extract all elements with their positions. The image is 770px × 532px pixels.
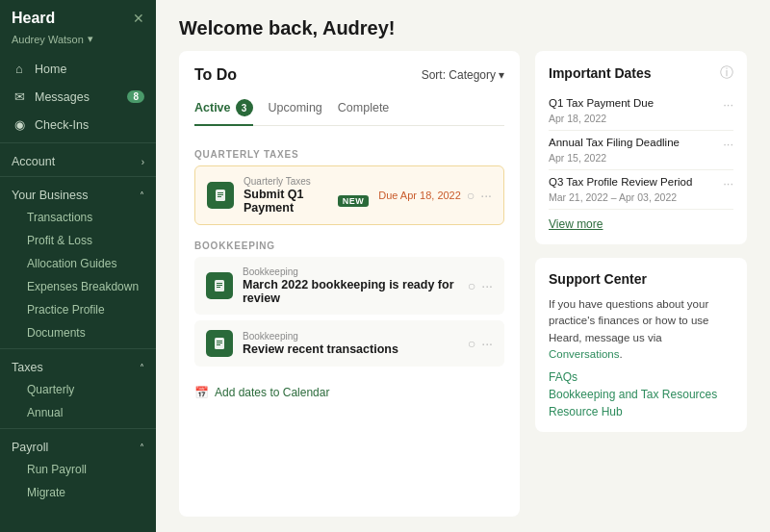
- sidebar-header: Heard ✕: [0, 0, 156, 31]
- sidebar-item-quarterly[interactable]: Quarterly: [0, 378, 156, 401]
- sidebar-item-label: Home: [35, 63, 66, 76]
- view-more-link[interactable]: View more: [549, 217, 733, 231]
- welcome-title: Welcome back, Audrey!: [179, 17, 747, 39]
- resource-hub-link[interactable]: Resource Hub: [549, 405, 733, 418]
- chevron-up-icon: ˄: [140, 443, 144, 453]
- sidebar-section-taxes[interactable]: Taxes ˄: [0, 353, 156, 378]
- section-label: Payroll: [12, 441, 48, 454]
- date-title: Q3 Tax Profile Review Period: [549, 176, 723, 188]
- task-item[interactable]: Quarterly Taxes Submit Q1 Payment NEW Du…: [194, 165, 504, 225]
- more-options-icon[interactable]: ···: [723, 97, 733, 112]
- date-item: Q1 Tax Payment Due ··· Apr 18, 2022: [549, 91, 733, 131]
- tab-active[interactable]: Active 3: [194, 95, 253, 126]
- sidebar-nav-messages[interactable]: ✉ Messages 8: [0, 83, 156, 111]
- sidebar-item-transactions[interactable]: Transactions: [0, 206, 156, 229]
- sidebar-nav-home[interactable]: ⌂ Home: [0, 55, 156, 83]
- calendar-icon: 📅: [194, 386, 209, 399]
- task-actions: ○ ···: [468, 336, 493, 351]
- info-icon[interactable]: ⓘ: [720, 64, 733, 82]
- sidebar-nav-checkins[interactable]: ◉ Check-Ins: [0, 111, 156, 139]
- section-label: Your Business: [12, 189, 88, 202]
- date-item: Q3 Tax Profile Review Period ··· Mar 21,…: [549, 170, 733, 210]
- new-badge: NEW: [338, 195, 370, 207]
- home-icon: ⌂: [12, 62, 27, 76]
- more-options-icon[interactable]: ···: [723, 176, 733, 190]
- card-header: Important Dates ⓘ: [549, 64, 733, 82]
- task-category: Bookkeeping: [243, 266, 458, 277]
- sort-label: Sort: Category: [422, 68, 496, 82]
- important-dates-card: Important Dates ⓘ Q1 Tax Payment Due ···…: [535, 51, 747, 244]
- todo-sort-button[interactable]: Sort: Category ▾: [422, 68, 504, 82]
- sidebar-item-practice-profile[interactable]: Practice Profile: [0, 298, 156, 321]
- sidebar-section-account[interactable]: Account ›: [0, 147, 156, 172]
- section-label: Taxes: [12, 361, 43, 374]
- task-category: Bookkeeping: [243, 331, 458, 342]
- sidebar-divider: [0, 176, 156, 177]
- tab-label: Active: [194, 101, 231, 114]
- add-calendar-button[interactable]: 📅 Add dates to Calendar: [194, 382, 504, 403]
- sidebar-item-profit-loss[interactable]: Profit & Loss: [0, 229, 156, 252]
- sidebar-divider: [0, 348, 156, 349]
- section-bookkeeping: BOOKKEEPING: [194, 241, 504, 251]
- content-area: To Do Sort: Category ▾ Active 3 Upcoming…: [156, 51, 770, 532]
- circle-check-icon[interactable]: ○: [467, 188, 475, 203]
- date-sub: Mar 21, 2022 – Apr 03, 2022: [549, 191, 733, 203]
- faqs-link[interactable]: FAQs: [549, 370, 733, 384]
- sidebar-divider: [0, 428, 156, 429]
- more-options-icon[interactable]: ···: [723, 137, 733, 151]
- tab-label: Upcoming: [269, 101, 322, 114]
- task-category: Quarterly Taxes: [244, 176, 369, 187]
- task-title: March 2022 bookkeeping is ready for revi…: [243, 278, 458, 305]
- sidebar-item-label: Check-Ins: [35, 118, 89, 132]
- task-title: Review recent transactions: [243, 342, 458, 356]
- user-name: Audrey Watson: [12, 34, 84, 45]
- bookkeeping-tax-link[interactable]: Bookkeeping and Tax Resources: [549, 388, 733, 401]
- sidebar-user[interactable]: Audrey Watson ▾: [0, 31, 156, 55]
- todo-header: To Do Sort: Category ▾: [194, 66, 504, 84]
- sidebar-item-expenses-breakdown[interactable]: Expenses Breakdown: [0, 275, 156, 298]
- more-options-icon[interactable]: ···: [481, 336, 493, 351]
- date-item: Annual Tax Filing Deadline ··· Apr 15, 2…: [549, 131, 733, 170]
- support-center-card: Support Center If you have questions abo…: [535, 258, 747, 432]
- sidebar-item-run-payroll[interactable]: Run Payroll: [0, 458, 156, 481]
- conversations-link[interactable]: Conversations: [549, 348, 620, 360]
- tab-upcoming[interactable]: Upcoming: [269, 95, 322, 126]
- sidebar: Heard ✕ Audrey Watson ▾ ⌂ Home ✉ Message…: [0, 0, 156, 532]
- task-icon: [207, 182, 234, 209]
- right-column: Important Dates ⓘ Q1 Tax Payment Due ···…: [535, 51, 747, 517]
- more-options-icon[interactable]: ···: [481, 278, 493, 293]
- todo-title: To Do: [194, 66, 237, 84]
- date-sub: Apr 15, 2022: [549, 152, 733, 164]
- messages-icon: ✉: [12, 89, 27, 104]
- sidebar-section-payroll[interactable]: Payroll ˄: [0, 433, 156, 458]
- main-header: Welcome back, Audrey!: [156, 0, 770, 51]
- circle-check-icon[interactable]: ○: [468, 278, 475, 293]
- date-sub: Apr 18, 2022: [549, 113, 733, 124]
- main-content: Welcome back, Audrey! To Do Sort: Catego…: [156, 0, 770, 532]
- sidebar-item-label: Messages: [35, 90, 90, 104]
- sidebar-item-migrate[interactable]: Migrate: [0, 481, 156, 504]
- card-header: Support Center: [549, 271, 733, 287]
- sidebar-item-allocation-guides[interactable]: Allocation Guides: [0, 252, 156, 275]
- tab-complete[interactable]: Complete: [338, 95, 390, 126]
- task-content: Bookkeeping Review recent transactions: [243, 331, 458, 356]
- task-icon: [206, 272, 233, 299]
- task-item[interactable]: Bookkeeping Review recent transactions ○…: [194, 320, 504, 367]
- task-item[interactable]: Bookkeeping March 2022 bookkeeping is re…: [194, 257, 504, 315]
- section-quarterly-taxes: QUARTERLY TAXES: [194, 149, 504, 160]
- task-title: Submit Q1 Payment NEW: [244, 188, 369, 215]
- support-links: FAQs Bookkeeping and Tax Resources Resou…: [549, 370, 733, 418]
- close-icon[interactable]: ✕: [133, 11, 144, 26]
- user-dropdown-icon: ▾: [88, 33, 93, 45]
- active-tab-badge: 3: [236, 99, 253, 116]
- due-date: Due Apr 18, 2022: [378, 190, 461, 201]
- task-actions: ○ ···: [468, 278, 493, 293]
- task-icon: [206, 330, 233, 357]
- sidebar-item-documents[interactable]: Documents: [0, 321, 156, 344]
- sidebar-item-annual[interactable]: Annual: [0, 401, 156, 424]
- circle-check-icon[interactable]: ○: [468, 336, 475, 351]
- checkins-icon: ◉: [12, 117, 27, 132]
- task-actions: Due Apr 18, 2022 ○ ···: [378, 188, 492, 203]
- more-options-icon[interactable]: ···: [480, 188, 492, 203]
- sidebar-section-your-business[interactable]: Your Business ˄: [0, 181, 156, 206]
